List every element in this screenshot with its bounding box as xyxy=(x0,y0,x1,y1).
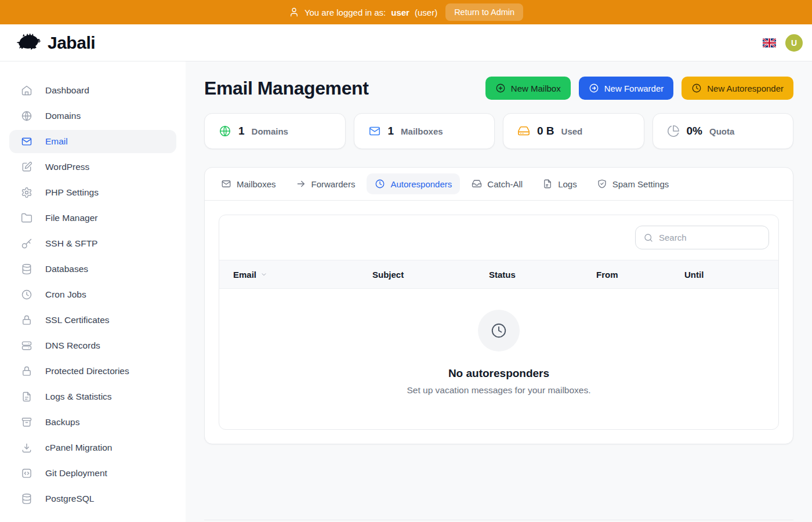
lock-icon xyxy=(21,365,32,377)
app-header: Jabali U xyxy=(0,24,812,61)
sidebar-item-ssh-sftp[interactable]: SSH & SFTP xyxy=(9,232,176,255)
stat-value: 1 xyxy=(388,125,394,137)
folder-icon xyxy=(21,212,32,224)
sidebar-item-protected-directories[interactable]: Protected Directories xyxy=(9,360,176,383)
autoresponders-table-card: Email Subject Status From Until No autor… xyxy=(219,215,779,430)
pie-chart-icon xyxy=(667,125,680,137)
chevron-down-icon xyxy=(260,270,268,278)
new-autoresponder-button[interactable]: New Autoresponder xyxy=(682,77,793,100)
code-icon xyxy=(21,467,32,479)
stat-value: 1 xyxy=(238,125,245,137)
user-icon xyxy=(289,7,299,17)
table-header: Email Subject Status From Until xyxy=(219,260,778,289)
avatar[interactable]: U xyxy=(785,34,803,52)
sidebar-item-cpanel-migration[interactable]: cPanel Migration xyxy=(9,436,176,459)
file-text-icon xyxy=(21,391,32,403)
sidebar-item-cron-jobs[interactable]: Cron Jobs xyxy=(9,283,176,306)
database-icon xyxy=(21,263,32,275)
sidebar-item-logs-statistics[interactable]: Logs & Statistics xyxy=(9,385,176,408)
search-box xyxy=(635,226,769,249)
new-forwarder-button[interactable]: New Forwarder xyxy=(579,77,674,100)
search-input[interactable] xyxy=(659,233,761,242)
column-header-subject: Subject xyxy=(372,270,489,280)
stat-value: 0% xyxy=(687,125,702,137)
sidebar-item-ssl-certificates[interactable]: SSL Certificates xyxy=(9,309,176,332)
sidebar-item-wordpress[interactable]: WordPress xyxy=(9,155,176,179)
email-section-card: Mailboxes Forwarders Autoresponders Catc… xyxy=(204,167,793,444)
sidebar-item-git-deployment[interactable]: Git Deployment xyxy=(9,462,176,485)
hard-drive-icon xyxy=(517,125,530,137)
stat-label: Domains xyxy=(252,126,288,136)
uk-flag-icon[interactable] xyxy=(763,38,776,48)
tab-spam-settings[interactable]: Spam Settings xyxy=(589,173,677,194)
stat-label: Quota xyxy=(709,126,734,136)
stat-value: 0 B xyxy=(537,125,554,137)
globe-icon xyxy=(219,125,231,137)
clock-icon xyxy=(21,289,32,300)
tab-autoresponders[interactable]: Autoresponders xyxy=(367,173,460,194)
stat-used: 0 B Used xyxy=(503,113,644,149)
stat-mailboxes: 1 Mailboxes xyxy=(354,113,495,149)
tab-catch-all[interactable]: Catch-All xyxy=(463,173,531,194)
globe-icon xyxy=(21,110,32,122)
sidebar-item-email[interactable]: Email xyxy=(9,130,176,153)
mail-icon xyxy=(221,179,231,189)
sidebar-item-domains[interactable]: Domains xyxy=(9,104,176,128)
new-mailbox-button[interactable]: New Mailbox xyxy=(485,77,571,100)
column-header-status: Status xyxy=(489,270,596,280)
clock-icon xyxy=(478,310,520,351)
gear-icon xyxy=(21,187,32,198)
sidebar-item-dns-records[interactable]: DNS Records xyxy=(9,334,176,357)
sidebar-item-postgresql[interactable]: PostgreSQL xyxy=(9,487,176,510)
empty-state-title: No autoresponders xyxy=(448,367,549,380)
shield-check-icon xyxy=(597,179,607,189)
key-icon xyxy=(21,238,32,249)
home-icon xyxy=(21,85,32,96)
inbox-icon xyxy=(472,179,482,189)
file-text-icon xyxy=(542,179,553,189)
plus-circle-icon xyxy=(495,83,506,93)
empty-state-subtitle: Set up vacation messages for your mailbo… xyxy=(407,385,590,396)
sidebar-item-file-manager[interactable]: File Manager xyxy=(9,206,176,230)
column-header-from: From xyxy=(596,270,684,280)
stat-label: Used xyxy=(561,126,583,136)
download-icon xyxy=(21,442,32,454)
sidebar-item-php-settings[interactable]: PHP Settings xyxy=(9,181,176,204)
logged-in-as: You are logged in as: user (user) xyxy=(289,7,437,17)
stat-quota: 0% Quota xyxy=(652,113,794,149)
mail-icon xyxy=(368,125,381,137)
brand-name: Jabali xyxy=(48,33,95,53)
clock-icon xyxy=(691,83,702,93)
clock-icon xyxy=(375,179,385,189)
tab-mailboxes[interactable]: Mailboxes xyxy=(213,173,284,194)
mail-icon xyxy=(21,136,32,147)
empty-state: No autoresponders Set up vacation messag… xyxy=(219,289,778,429)
logged-in-role: (user) xyxy=(415,8,437,17)
sidebar-item-databases[interactable]: Databases xyxy=(9,258,176,281)
pen-square-icon xyxy=(21,161,32,173)
page-title: Email Management xyxy=(204,78,368,99)
stat-label: Mailboxes xyxy=(401,126,443,136)
logged-in-username: user xyxy=(391,8,409,17)
column-header-email[interactable]: Email xyxy=(233,270,372,280)
database-icon xyxy=(21,493,32,505)
main-content: Email Management New Mailbox New Forward… xyxy=(186,61,812,522)
sidebar-item-backups[interactable]: Backups xyxy=(9,411,176,434)
tab-forwarders[interactable]: Forwarders xyxy=(288,173,364,194)
email-tabs: Mailboxes Forwarders Autoresponders Catc… xyxy=(205,168,793,201)
column-header-until: Until xyxy=(684,270,778,280)
server-icon xyxy=(21,340,32,351)
return-to-admin-button[interactable]: Return to Admin xyxy=(445,3,523,21)
logged-in-prefix: You are logged in as: xyxy=(304,8,386,17)
brand[interactable]: Jabali xyxy=(16,32,95,53)
arrow-right-circle-icon xyxy=(589,83,599,93)
boar-logo-icon xyxy=(16,32,42,53)
sidebar-item-dashboard[interactable]: Dashboard xyxy=(9,79,176,102)
impersonation-banner: You are logged in as: user (user) Return… xyxy=(0,0,812,24)
tab-logs[interactable]: Logs xyxy=(534,173,585,194)
stat-domains: 1 Domains xyxy=(204,113,346,149)
search-icon xyxy=(643,233,654,243)
lock-icon xyxy=(21,314,32,326)
footer: Jabali Panel GitHub • © 2026 Jabali v2.0… xyxy=(204,520,793,522)
sidebar: Dashboard Domains Email WordPress PHP Se… xyxy=(0,61,186,522)
